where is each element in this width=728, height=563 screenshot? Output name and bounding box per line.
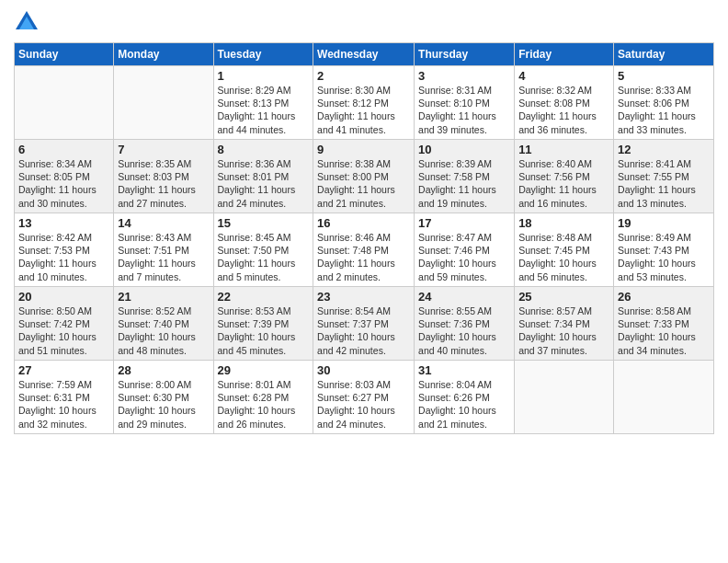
calendar-cell: 18Sunrise: 8:48 AM Sunset: 7:45 PM Dayli… [515,213,614,287]
day-number: 6 [18,143,109,156]
day-number: 10 [418,143,510,156]
calendar-cell [515,361,614,434]
calendar-cell: 6Sunrise: 8:34 AM Sunset: 8:05 PM Daylig… [15,140,114,213]
calendar-header-row: SundayMondayTuesdayWednesdayThursdayFrid… [15,43,714,66]
header [14,9,714,35]
calendar-cell: 13Sunrise: 8:42 AM Sunset: 7:53 PM Dayli… [15,213,114,287]
day-number: 14 [118,216,209,230]
calendar-cell: 30Sunrise: 8:03 AM Sunset: 6:27 PM Dayli… [313,361,415,434]
day-number: 3 [418,69,510,83]
calendar-cell: 17Sunrise: 8:47 AM Sunset: 7:46 PM Dayli… [415,213,515,287]
day-number: 8 [218,143,310,156]
day-info: Sunrise: 8:49 AM Sunset: 7:43 PM Dayligh… [618,231,710,283]
calendar-week-row: 27Sunrise: 7:59 AM Sunset: 6:31 PM Dayli… [15,361,714,434]
day-number: 29 [218,363,310,377]
day-info: Sunrise: 8:32 AM Sunset: 8:08 PM Dayligh… [518,84,609,136]
day-number: 18 [518,216,609,230]
day-info: Sunrise: 8:01 AM Sunset: 6:28 PM Dayligh… [218,378,310,431]
calendar-week-row: 13Sunrise: 8:42 AM Sunset: 7:53 PM Dayli… [15,213,714,287]
calendar-cell: 23Sunrise: 8:54 AM Sunset: 7:37 PM Dayli… [313,287,415,361]
day-number: 5 [618,69,710,83]
day-number: 27 [18,363,109,377]
calendar-cell: 25Sunrise: 8:57 AM Sunset: 7:34 PM Dayli… [515,287,614,361]
day-info: Sunrise: 8:46 AM Sunset: 7:48 PM Dayligh… [317,231,410,283]
day-number: 28 [118,363,209,377]
calendar-cell: 11Sunrise: 8:40 AM Sunset: 7:56 PM Dayli… [515,140,614,213]
calendar-cell: 10Sunrise: 8:39 AM Sunset: 7:58 PM Dayli… [415,140,515,213]
day-number: 30 [317,363,410,377]
day-number: 17 [418,216,510,230]
day-info: Sunrise: 8:58 AM Sunset: 7:33 PM Dayligh… [618,304,710,357]
calendar-cell: 29Sunrise: 8:01 AM Sunset: 6:28 PM Dayli… [213,361,313,434]
day-number: 13 [18,216,109,230]
calendar-cell: 3Sunrise: 8:31 AM Sunset: 8:10 PM Daylig… [415,66,515,140]
calendar-cell: 8Sunrise: 8:36 AM Sunset: 8:01 PM Daylig… [213,140,313,213]
day-info: Sunrise: 8:38 AM Sunset: 8:00 PM Dayligh… [317,157,410,210]
calendar-cell: 24Sunrise: 8:55 AM Sunset: 7:36 PM Dayli… [415,287,515,361]
day-number: 22 [218,290,310,304]
day-number: 26 [618,290,710,304]
calendar-header-friday: Friday [515,43,614,66]
day-info: Sunrise: 8:47 AM Sunset: 7:46 PM Dayligh… [418,231,510,283]
calendar-header-sunday: Sunday [15,43,114,66]
day-number: 12 [618,143,710,156]
day-info: Sunrise: 8:42 AM Sunset: 7:53 PM Dayligh… [18,231,109,283]
calendar-cell: 1Sunrise: 8:29 AM Sunset: 8:13 PM Daylig… [213,66,313,140]
day-info: Sunrise: 8:36 AM Sunset: 8:01 PM Dayligh… [218,157,310,210]
day-number: 2 [317,69,410,83]
calendar-table: SundayMondayTuesdayWednesdayThursdayFrid… [14,42,714,434]
day-number: 20 [18,290,109,304]
calendar-cell: 14Sunrise: 8:43 AM Sunset: 7:51 PM Dayli… [114,213,213,287]
calendar-cell: 26Sunrise: 8:58 AM Sunset: 7:33 PM Dayli… [614,287,714,361]
day-number: 9 [317,143,410,156]
calendar-week-row: 20Sunrise: 8:50 AM Sunset: 7:42 PM Dayli… [15,287,714,361]
calendar-cell: 4Sunrise: 8:32 AM Sunset: 8:08 PM Daylig… [515,66,614,140]
day-info: Sunrise: 8:50 AM Sunset: 7:42 PM Dayligh… [18,304,109,357]
calendar-cell: 31Sunrise: 8:04 AM Sunset: 6:26 PM Dayli… [415,361,515,434]
calendar-cell: 28Sunrise: 8:00 AM Sunset: 6:30 PM Dayli… [114,361,213,434]
calendar-cell: 7Sunrise: 8:35 AM Sunset: 8:03 PM Daylig… [114,140,213,213]
day-info: Sunrise: 7:59 AM Sunset: 6:31 PM Dayligh… [18,378,109,431]
day-info: Sunrise: 8:34 AM Sunset: 8:05 PM Dayligh… [18,157,109,210]
day-info: Sunrise: 8:43 AM Sunset: 7:51 PM Dayligh… [118,231,209,283]
day-info: Sunrise: 8:57 AM Sunset: 7:34 PM Dayligh… [518,304,609,357]
calendar-header-tuesday: Tuesday [213,43,313,66]
day-info: Sunrise: 8:41 AM Sunset: 7:55 PM Dayligh… [618,157,710,210]
day-number: 11 [518,143,609,156]
calendar-cell: 27Sunrise: 7:59 AM Sunset: 6:31 PM Dayli… [15,361,114,434]
day-number: 15 [218,216,310,230]
day-info: Sunrise: 8:04 AM Sunset: 6:26 PM Dayligh… [418,378,510,431]
day-info: Sunrise: 8:31 AM Sunset: 8:10 PM Dayligh… [418,84,510,136]
calendar-week-row: 1Sunrise: 8:29 AM Sunset: 8:13 PM Daylig… [15,66,714,140]
day-info: Sunrise: 8:33 AM Sunset: 8:06 PM Dayligh… [618,84,710,136]
day-number: 25 [518,290,609,304]
day-info: Sunrise: 8:52 AM Sunset: 7:40 PM Dayligh… [118,304,209,357]
calendar-cell [114,66,213,140]
calendar-cell: 15Sunrise: 8:45 AM Sunset: 7:50 PM Dayli… [213,213,313,287]
calendar-cell: 2Sunrise: 8:30 AM Sunset: 8:12 PM Daylig… [313,66,415,140]
day-info: Sunrise: 8:45 AM Sunset: 7:50 PM Dayligh… [218,231,310,283]
day-info: Sunrise: 8:00 AM Sunset: 6:30 PM Dayligh… [118,378,209,431]
day-info: Sunrise: 8:35 AM Sunset: 8:03 PM Dayligh… [118,157,209,210]
day-info: Sunrise: 8:40 AM Sunset: 7:56 PM Dayligh… [518,157,609,210]
calendar-cell: 16Sunrise: 8:46 AM Sunset: 7:48 PM Dayli… [313,213,415,287]
day-number: 21 [118,290,209,304]
calendar-header-monday: Monday [114,43,213,66]
day-number: 16 [317,216,410,230]
day-info: Sunrise: 8:30 AM Sunset: 8:12 PM Dayligh… [317,84,410,136]
calendar-header-thursday: Thursday [415,43,515,66]
day-info: Sunrise: 8:54 AM Sunset: 7:37 PM Dayligh… [317,304,410,357]
calendar-cell: 22Sunrise: 8:53 AM Sunset: 7:39 PM Dayli… [213,287,313,361]
day-info: Sunrise: 8:53 AM Sunset: 7:39 PM Dayligh… [218,304,310,357]
calendar-cell [15,66,114,140]
day-number: 23 [317,290,410,304]
calendar-cell: 5Sunrise: 8:33 AM Sunset: 8:06 PM Daylig… [614,66,714,140]
day-number: 31 [418,363,510,377]
calendar-header-wednesday: Wednesday [313,43,415,66]
calendar-cell: 12Sunrise: 8:41 AM Sunset: 7:55 PM Dayli… [614,140,714,213]
calendar-cell: 9Sunrise: 8:38 AM Sunset: 8:00 PM Daylig… [313,140,415,213]
day-number: 19 [618,216,710,230]
logo [14,9,42,35]
calendar-week-row: 6Sunrise: 8:34 AM Sunset: 8:05 PM Daylig… [15,140,714,213]
page: SundayMondayTuesdayWednesdayThursdayFrid… [0,0,728,563]
